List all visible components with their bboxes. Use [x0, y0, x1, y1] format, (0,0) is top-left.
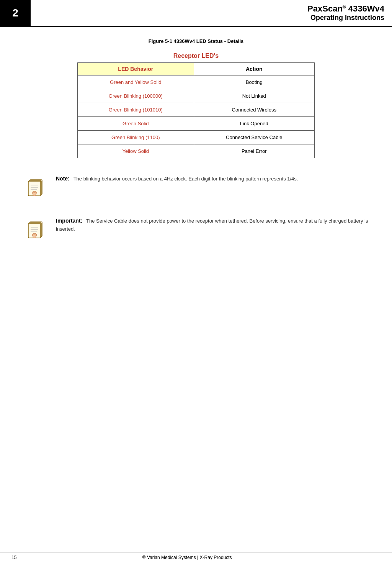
important-text: The Service Cable does not provide power…	[56, 218, 368, 232]
table-cell-led: Green Blinking (1100)	[78, 131, 194, 144]
important-icon	[23, 216, 50, 243]
page-header: 2 PaxScan® 4336Wv4 Operating Instruction…	[0, 0, 392, 27]
table-row: Green Blinking (100000)Not Linked	[78, 89, 315, 103]
page-footer: 15 © Varian Medical Systems | X-Ray Prod…	[0, 552, 392, 560]
footer-copyright: © Varian Medical Systems | X-Ray Product…	[16, 555, 358, 560]
table-row: Green SolidLink Opened	[78, 117, 315, 131]
table-body: Green and Yellow SolidBootingGreen Blink…	[78, 75, 315, 158]
table-cell-action: Connected Service Cable	[194, 131, 314, 144]
table-section-header: Receptor LED's	[78, 50, 315, 63]
note-text: The blinking behavior occurs based on a …	[74, 176, 298, 182]
table-row: Yellow SolidPanel Error	[78, 144, 315, 158]
col-header-action: Action	[194, 63, 314, 75]
note-label: Note:	[56, 175, 70, 182]
svg-rect-15	[33, 235, 36, 238]
svg-rect-7	[33, 193, 36, 196]
figure-title: Figure 5-1 4336Wv4 LED Status - Details	[23, 38, 369, 44]
table-cell-action: Booting	[194, 75, 314, 89]
table-cell-led: Green and Yellow Solid	[78, 75, 194, 89]
important-callout: Important: The Service Cable does not pr…	[23, 216, 369, 243]
table-row: Green Blinking (101010)Connected Wireles…	[78, 103, 315, 117]
table-row: Green Blinking (1100)Connected Service C…	[78, 131, 315, 144]
page-content: Figure 5-1 4336Wv4 LED Status - Details …	[0, 27, 392, 269]
table-cell-led: Green Blinking (100000)	[78, 89, 194, 103]
table-cell-action: Link Opened	[194, 117, 314, 131]
note-body: Note: The blinking behavior occurs based…	[56, 174, 369, 183]
note-callout: Note: The blinking behavior occurs based…	[23, 174, 369, 200]
important-body: Important: The Service Cable does not pr…	[56, 216, 369, 233]
page-number: 2	[0, 0, 31, 26]
header-logo: PaxScan® 4336Wv4 Operating Instructions	[31, 0, 392, 26]
logo-brand: PaxScan® 4336Wv4	[307, 4, 384, 14]
receptor-table: Receptor LED's LED Behavior Action Green…	[77, 50, 315, 158]
logo-subtitle: Operating Instructions	[307, 14, 384, 22]
important-label: Important:	[56, 218, 82, 224]
table-cell-led: Green Solid	[78, 117, 194, 131]
footer-page-number: 15	[11, 555, 16, 560]
table-wrapper: Receptor LED's LED Behavior Action Green…	[23, 50, 369, 158]
table-cell-led: Yellow Solid	[78, 144, 194, 158]
table-cell-action: Panel Error	[194, 144, 314, 158]
table-cell-action: Connected Wireless	[194, 103, 314, 117]
table-cell-led: Green Blinking (101010)	[78, 103, 194, 117]
table-cell-action: Not Linked	[194, 89, 314, 103]
col-header-led: LED Behavior	[78, 63, 194, 75]
table-row: Green and Yellow SolidBooting	[78, 75, 315, 89]
note-icon	[23, 174, 50, 200]
